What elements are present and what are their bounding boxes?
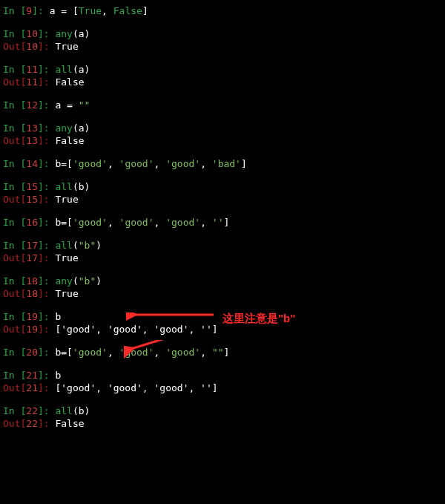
cell-21: In [21]: b Out[21]: ['good', 'good', 'go…: [3, 369, 442, 394]
annotation-text: 这里注意是"b": [222, 312, 295, 326]
cell-16: In [16]: b=['good', 'good', 'good', '']: [3, 216, 442, 229]
cell-11: In [11]: all(a) Out[11]: False: [3, 63, 442, 88]
cell-20: In [20]: b=['good', 'good', 'good', ""]: [3, 346, 442, 359]
cell-13: In [13]: any(a) Out[13]: False: [3, 122, 442, 147]
cell-14: In [14]: b=['good', 'good', 'good', 'bad…: [3, 157, 442, 170]
cell-18: In [18]: any("b") Out[18]: True: [3, 275, 442, 300]
cell-15: In [15]: all(b) Out[15]: True: [3, 180, 442, 206]
cell-17: In [17]: all("b") Out[17]: True: [3, 239, 442, 264]
cell-10: In [10]: any(a) Out[10]: True: [3, 27, 442, 53]
cell-9: In [9]: a = [True, False]: [3, 4, 442, 17]
cell-22: In [22]: all(b) Out[22]: False: [3, 405, 442, 430]
ipython-session: In [9]: a = [True, False]In [10]: any(a)…: [3, 4, 442, 430]
cell-12: In [12]: a = "": [3, 99, 442, 111]
